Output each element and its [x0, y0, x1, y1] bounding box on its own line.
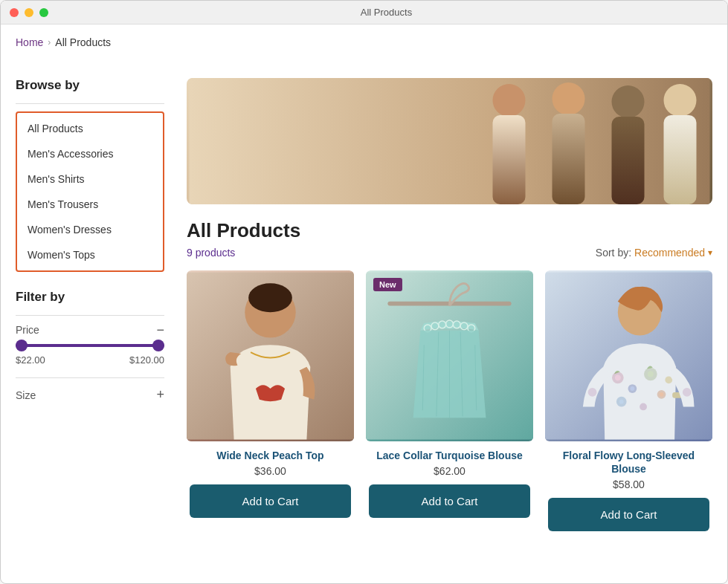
product-card-3: Floral Flowy Long-Sleeved Blouse $58.00 …: [545, 270, 712, 537]
product-card-1: Wide Neck Peach Top $36.00 Add to Cart: [187, 270, 354, 537]
product-image-2: New: [366, 270, 533, 441]
product-name-2: Lace Collar Turquoise Blouse: [369, 449, 530, 462]
product-image-3: [545, 270, 712, 441]
sort-by-value: Recommended: [634, 247, 705, 259]
product-name-3: Floral Flowy Long-Sleeved Blouse: [548, 449, 709, 476]
svg-point-35: [660, 392, 664, 397]
product-price-2: $62.00: [369, 465, 530, 477]
size-label: Size: [16, 389, 36, 401]
sort-by-dropdown[interactable]: Sort by: Recommended ▾: [596, 247, 712, 259]
sidebar-item-womens-tops[interactable]: Women's Tops: [17, 242, 163, 267]
svg-rect-8: [664, 115, 697, 204]
price-max-label: $120.00: [129, 354, 164, 366]
category-list: All Products Men's Accessories Men's Shi…: [16, 111, 164, 272]
product-price-1: $36.00: [190, 465, 351, 477]
price-slider-track[interactable]: [16, 344, 164, 347]
breadcrumb: Home › All Products: [16, 36, 712, 48]
size-expand-button[interactable]: +: [156, 387, 164, 403]
minimize-dot[interactable]: [25, 8, 33, 17]
price-slider-fill: [16, 344, 164, 347]
product-card-2: New: [366, 270, 533, 537]
products-header: All Products: [187, 219, 712, 242]
price-min-label: $22.00: [16, 354, 45, 366]
size-filter-row: Size +: [16, 377, 164, 403]
svg-rect-6: [612, 117, 645, 204]
sidebar-item-mens-trousers[interactable]: Men's Trousers: [17, 192, 163, 217]
page-title: All Products: [187, 219, 300, 242]
price-slider-max-thumb[interactable]: [152, 340, 164, 351]
sidebar-divider: [16, 103, 164, 104]
svg-rect-2: [493, 115, 526, 204]
breadcrumb-home-link[interactable]: Home: [16, 36, 43, 48]
svg-point-42: [683, 388, 692, 397]
add-to-cart-button-2[interactable]: Add to Cart: [369, 484, 530, 518]
svg-point-38: [640, 403, 647, 411]
price-label: Price: [16, 324, 39, 336]
svg-point-29: [615, 374, 621, 380]
sidebar: Browse by All Products Men's Accessories…: [16, 78, 179, 568]
new-badge: New: [373, 278, 402, 291]
svg-point-1: [493, 84, 526, 117]
product-info-2: Lace Collar Turquoise Blouse $62.00 Add …: [366, 441, 533, 524]
svg-point-33: [648, 372, 654, 377]
svg-point-31: [630, 386, 634, 391]
price-filter-row: Price −: [16, 323, 164, 337]
svg-point-5: [612, 85, 645, 118]
products-count: 9 products: [187, 247, 235, 259]
products-count-row: 9 products Sort by: Recommended ▾: [187, 247, 712, 259]
browse-by-title: Browse by: [16, 78, 164, 93]
svg-point-41: [588, 388, 597, 397]
breadcrumb-separator: ›: [48, 37, 51, 48]
product-name-1: Wide Neck Peach Top: [190, 449, 351, 462]
sort-by-label: Sort by:: [596, 247, 631, 259]
sidebar-item-mens-shirts[interactable]: Men's Shirts: [17, 166, 163, 192]
sort-chevron-icon: ▾: [708, 247, 712, 258]
breadcrumb-current: All Products: [55, 36, 111, 48]
window-title: All Products: [54, 7, 718, 18]
sidebar-item-mens-accessories[interactable]: Men's Accessories: [17, 141, 163, 166]
hero-banner: [187, 78, 712, 204]
maximize-dot[interactable]: [39, 8, 48, 17]
sidebar-item-womens-dresses[interactable]: Women's Dresses: [17, 217, 163, 242]
product-price-3: $58.00: [548, 478, 709, 490]
product-image-1: [187, 270, 354, 441]
close-dot[interactable]: [10, 8, 19, 17]
svg-point-11: [248, 283, 292, 312]
filter-divider: [16, 315, 164, 316]
main-content: All Products 9 products Sort by: Recomme…: [179, 78, 712, 568]
sidebar-item-all-products[interactable]: All Products: [17, 116, 163, 141]
filter-section: Filter by Price − $22.00 $120.00: [16, 290, 164, 366]
product-info-1: Wide Neck Peach Top $36.00 Add to Cart: [187, 441, 354, 524]
add-to-cart-button-3[interactable]: Add to Cart: [548, 498, 709, 531]
product-info-3: Floral Flowy Long-Sleeved Blouse $58.00 …: [545, 441, 712, 537]
svg-point-3: [553, 82, 585, 115]
hero-banner-image: [187, 78, 712, 204]
app-window: All Products Home › All Products Browse …: [0, 0, 728, 584]
titlebar: All Products: [1, 1, 727, 25]
price-slider-min-thumb[interactable]: [16, 340, 28, 351]
price-collapse-button[interactable]: −: [156, 323, 164, 337]
add-to-cart-button-1[interactable]: Add to Cart: [190, 484, 351, 518]
price-range-row: $22.00 $120.00: [16, 354, 164, 366]
svg-point-37: [619, 400, 624, 404]
filter-by-title: Filter by: [16, 290, 164, 305]
product-grid: Wide Neck Peach Top $36.00 Add to Cart N…: [187, 270, 712, 537]
svg-rect-4: [553, 114, 585, 204]
svg-point-7: [664, 84, 697, 117]
